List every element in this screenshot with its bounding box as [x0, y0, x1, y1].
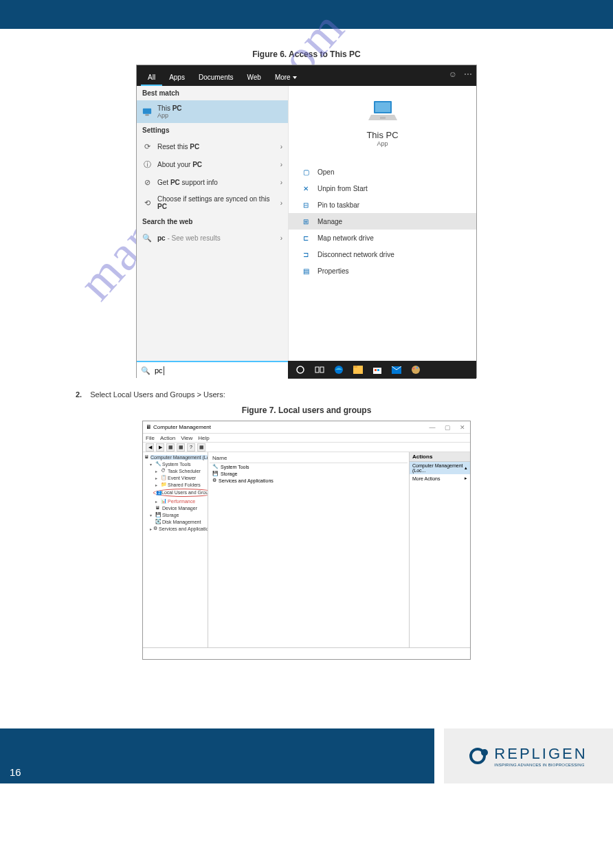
- collapse-icon[interactable]: ▴: [465, 465, 467, 471]
- cm-list[interactable]: Name 🔧System Tools 💾Storage ⚙Services an…: [208, 452, 410, 647]
- list-item[interactable]: 🔧System Tools: [210, 463, 408, 470]
- chevron-down-icon: [293, 76, 297, 79]
- menu-action[interactable]: Action: [160, 435, 175, 441]
- cm-menubar: File Action View Help: [143, 434, 470, 443]
- tool-icon[interactable]: ▦: [177, 443, 185, 452]
- forward-button[interactable]: ▶: [156, 443, 164, 452]
- list-item[interactable]: ⚙Services and Applications: [210, 477, 408, 484]
- pc-icon: [142, 107, 152, 117]
- svg-point-5: [297, 366, 304, 373]
- cm-toolbar: ◀ ▶ ▦ ▦ ? ▦: [143, 443, 470, 452]
- tree-event-viewer[interactable]: ▸📋Event Viewer: [144, 474, 206, 481]
- list-item[interactable]: 💾Storage: [210, 470, 408, 477]
- pin-icon: ⊟: [301, 200, 311, 210]
- files-icon[interactable]: [353, 364, 364, 375]
- list-header-name[interactable]: Name: [210, 454, 408, 463]
- figure6-heading: Figure 6. Access to This PC: [0, 49, 613, 59]
- logo-text: REPLIGEN: [494, 745, 587, 763]
- tree-storage[interactable]: ▾💾Storage: [144, 511, 206, 518]
- properties-icon: ▤: [301, 266, 311, 276]
- logo-area: REPLIGEN INSPIRING ADVANCES IN BIOPROCES…: [444, 728, 613, 783]
- minimize-button[interactable]: —: [425, 421, 440, 434]
- laptop-icon: [368, 100, 397, 122]
- sync-icon: ⟲: [142, 198, 152, 208]
- action-disconnect-drive[interactable]: ⊐Disconnect network drive: [289, 246, 476, 263]
- action-map-drive[interactable]: ⊏Map network drive: [289, 230, 476, 246]
- reset-icon: ⟳: [142, 142, 152, 151]
- svg-rect-1: [145, 114, 148, 115]
- cm-tree[interactable]: 🖥Computer Management (Local) ▾🔧System To…: [143, 452, 208, 647]
- support-icon: ⊘: [142, 177, 152, 187]
- tree-device-manager[interactable]: 🖥Device Manager: [144, 504, 206, 511]
- tab-documents[interactable]: Documents: [192, 69, 241, 86]
- help-button[interactable]: ?: [187, 443, 195, 452]
- action-pin-taskbar[interactable]: ⊟Pin to taskbar: [289, 197, 476, 213]
- svg-point-17: [416, 367, 419, 369]
- figure7-heading: Figure 7. Local users and groups: [0, 405, 613, 415]
- mail-icon[interactable]: [391, 364, 402, 375]
- action-manage[interactable]: ⊞Manage: [289, 213, 476, 230]
- web-result-pc[interactable]: 🔍 pc - See web results ›: [137, 229, 288, 247]
- menu-file[interactable]: File: [146, 435, 155, 441]
- actions-more[interactable]: More Actions▸: [410, 474, 470, 482]
- tree-services-apps[interactable]: ▸⚙Services and Applications: [144, 525, 206, 532]
- actions-row-title[interactable]: Computer Management (Loc...▴: [410, 462, 470, 474]
- search-input[interactable]: 🔍 pc: [137, 361, 288, 379]
- search-icon: 🔍: [141, 366, 151, 375]
- section-search-web: Search the web: [137, 214, 288, 229]
- footer: 16 REPLIGEN INSPIRING ADVANCES IN BIOPRO…: [0, 728, 613, 783]
- tree-performance[interactable]: ▸📊Performance: [144, 498, 206, 504]
- action-properties[interactable]: ▤Properties: [289, 263, 476, 279]
- tab-more[interactable]: More: [268, 69, 304, 86]
- tree-shared-folders[interactable]: ▸📁Shared Folders: [144, 481, 206, 488]
- search-icon: 🔍: [142, 233, 152, 243]
- header-band: [0, 0, 613, 29]
- chevron-right-icon: ›: [280, 143, 282, 151]
- result-this-pc[interactable]: This PCApp: [137, 100, 288, 123]
- tree-task-scheduler[interactable]: ▸⏱Task Scheduler: [144, 467, 206, 474]
- cm-statusbar: [143, 647, 470, 656]
- action-open[interactable]: ▢Open: [289, 164, 476, 180]
- tree-local-users[interactable]: 👥Local Users and Groups: [144, 488, 206, 498]
- menu-view[interactable]: View: [181, 435, 192, 441]
- back-button[interactable]: ◀: [146, 443, 154, 452]
- action-unpin[interactable]: ✕Unpin from Start: [289, 180, 476, 197]
- feedback-icon[interactable]: ☺: [449, 69, 457, 79]
- taskbar: 🔍 pc: [137, 361, 476, 379]
- svg-rect-10: [353, 366, 357, 368]
- tab-all[interactable]: All: [141, 69, 162, 86]
- chevron-right-icon: ›: [280, 234, 282, 242]
- section-settings: Settings: [137, 123, 288, 137]
- setting-about-pc[interactable]: ⓘ About your PC ›: [137, 155, 288, 173]
- menu-help[interactable]: Help: [198, 435, 209, 441]
- edge-icon[interactable]: [333, 364, 344, 375]
- setting-pc-support[interactable]: ⊘ Get PC support info ›: [137, 173, 288, 191]
- search-tabs-bar: All Apps Documents Web More ☺ ⋯: [137, 65, 476, 86]
- tree-disk-mgmt[interactable]: 💽Disk Management: [144, 518, 206, 525]
- paint-icon[interactable]: [410, 364, 421, 375]
- cm-actions-pane: Actions Computer Management (Loc...▴ Mor…: [410, 452, 470, 647]
- manage-icon: ⊞: [301, 216, 311, 226]
- app-icon: 🖥: [146, 424, 151, 430]
- more-icon[interactable]: ⋯: [464, 69, 472, 79]
- disconnect-icon: ⊐: [301, 249, 311, 259]
- setting-reset-pc[interactable]: ⟳ Reset this PC ›: [137, 137, 288, 155]
- tree-root[interactable]: 🖥Computer Management (Local): [144, 454, 206, 460]
- cortana-icon[interactable]: [295, 364, 306, 375]
- page-number: 16: [10, 766, 21, 778]
- map-drive-icon: ⊏: [301, 233, 311, 243]
- svg-point-16: [413, 368, 415, 370]
- setting-sync-pc[interactable]: ⟲ Choose if settings are synced on this …: [137, 191, 288, 214]
- info-icon: ⓘ: [142, 159, 152, 169]
- svg-rect-7: [320, 367, 324, 372]
- store-icon[interactable]: [372, 364, 383, 375]
- taskview-icon[interactable]: [314, 364, 325, 375]
- maximize-button[interactable]: ▢: [440, 421, 455, 434]
- tool-icon[interactable]: ▦: [166, 443, 175, 452]
- tab-apps[interactable]: Apps: [162, 69, 192, 86]
- tab-web[interactable]: Web: [241, 69, 268, 86]
- tree-system-tools[interactable]: ▾🔧System Tools: [144, 460, 206, 467]
- chevron-right-icon: ›: [280, 179, 282, 186]
- close-button[interactable]: ✕: [455, 421, 470, 434]
- tool-icon[interactable]: ▦: [197, 443, 205, 452]
